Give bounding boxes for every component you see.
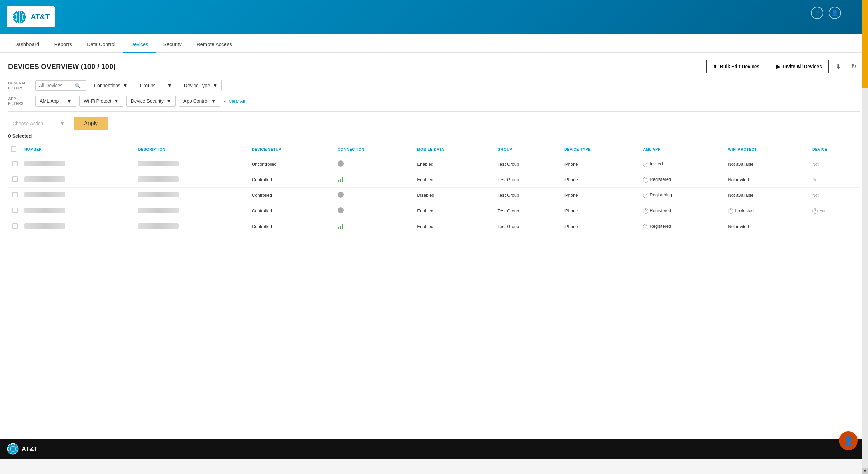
devices-table: NUMBER DESCRIPTION DEVICE SETUP CONNECTI… <box>8 143 860 234</box>
row-device-type-3: iPhone <box>561 203 640 219</box>
connection-bars-icon <box>338 176 343 182</box>
general-filters-label: GENERAL FILTERS <box>8 81 32 91</box>
row-mobile-data-2: Disabled <box>414 188 495 203</box>
row-connection-3 <box>335 203 414 219</box>
table-body: UncontrolledEnabledTest GroupiPhone?Invi… <box>8 156 860 234</box>
chat-avatar-icon: 👤 <box>843 436 853 445</box>
row-connection-4 <box>335 219 414 234</box>
row-device-setup-1: Controlled <box>249 172 335 188</box>
device-type-chevron-icon: ▼ <box>213 83 217 88</box>
row-description-3 <box>138 208 179 213</box>
nav-item-devices[interactable]: Devices <box>123 37 156 53</box>
row-device-setup-2: Controlled <box>249 188 335 203</box>
connection-dot-icon <box>338 160 344 167</box>
app-filters-label: APP FILTERS <box>8 96 32 106</box>
connection-dot-icon <box>338 192 344 198</box>
clear-all-label: Clear All <box>229 99 245 104</box>
connections-chevron-icon: ▼ <box>123 83 128 88</box>
col-header-group: GROUP <box>495 143 561 156</box>
table-header: NUMBER DESCRIPTION DEVICE SETUP CONNECTI… <box>8 143 860 156</box>
col-header-checkbox <box>8 143 22 156</box>
row-number-2 <box>24 192 65 197</box>
action-row: Choose Action ▼ Apply <box>8 117 860 130</box>
clear-all-checkmark-icon: ✓ <box>224 99 228 104</box>
row-wifi-protect-2: Not available <box>725 188 810 203</box>
col-header-device-setup: DEVICE SETUP <box>249 143 335 156</box>
help-button[interactable]: ? <box>811 7 823 19</box>
general-filters-section: GENERAL FILTERS 🔍 Connections ▼ Groups ▼… <box>8 80 860 91</box>
device-security-dropdown[interactable]: Device Security ▼ <box>126 96 176 107</box>
clear-all-link[interactable]: ✓ Clear All <box>224 99 245 104</box>
aml-app-dropdown[interactable]: AML App ▼ <box>35 96 76 107</box>
aml-help-icon: ? <box>643 208 648 214</box>
row-group-2: Test Group <box>495 188 561 203</box>
brand-name: AT&T <box>31 13 50 21</box>
footer-brand-name: AT&T <box>22 445 38 453</box>
page-scrollbar[interactable]: ▼ <box>862 0 868 459</box>
col-header-device-type: DEVICE TYPE <box>561 143 640 156</box>
nav-item-security[interactable]: Security <box>156 37 189 53</box>
nav-item-reports[interactable]: Reports <box>46 37 79 53</box>
header-actions: ⬆ Bulk Edit Devices ▶ Invite All Devices… <box>706 60 860 73</box>
row-connection-1 <box>335 172 414 188</box>
row-checkbox-4[interactable] <box>12 223 18 229</box>
search-icon: 🔍 <box>75 83 81 88</box>
page-header-row: DEVICES OVERVIEW (100 / 100) ⬆ Bulk Edit… <box>8 60 860 73</box>
search-input[interactable] <box>39 83 73 88</box>
row-mobile-data-4: Enabled <box>414 219 495 234</box>
select-all-checkbox[interactable] <box>11 146 16 152</box>
row-device-type-1: iPhone <box>561 172 640 188</box>
aml-app-label: AML App <box>40 98 59 104</box>
row-aml-app-0: ?Invited <box>640 156 725 172</box>
choose-action-select[interactable]: Choose Action ▼ <box>8 118 69 129</box>
row-description-2 <box>138 192 179 197</box>
row-device-setup-4: Controlled <box>249 219 335 234</box>
col-header-mobile-data: MOBILE DATA <box>414 143 495 156</box>
invite-all-button[interactable]: ▶ Invite All Devices <box>770 60 829 73</box>
download-button[interactable]: ⬇ <box>832 60 844 73</box>
nav-item-data-control[interactable]: Data Control <box>79 37 123 53</box>
chat-bubble[interactable]: 👤 <box>839 431 858 450</box>
nav-bar: Dashboard Reports Data Control Devices S… <box>0 34 868 53</box>
col-header-wifi-protect: WIFI PROTECT <box>725 143 810 156</box>
page-title: DEVICES OVERVIEW (100 / 100) <box>8 63 116 71</box>
user-button[interactable]: 👤 <box>829 7 841 19</box>
row-description-0 <box>138 161 179 166</box>
aml-help-icon: ? <box>643 177 648 183</box>
aml-app-chevron-icon: ▼ <box>67 98 72 104</box>
row-number-3 <box>24 208 65 213</box>
row-aml-app-2: ?Registering <box>640 188 725 203</box>
col-header-description: DESCRIPTION <box>135 143 249 156</box>
device-type-dropdown[interactable]: Device Type ▼ <box>180 80 222 91</box>
row-device-setup-0: Uncontrolled <box>249 156 335 172</box>
row-number-1 <box>24 176 65 182</box>
all-devices-search[interactable]: 🔍 <box>35 80 86 91</box>
apply-button[interactable]: Apply <box>74 117 108 130</box>
nav-item-dashboard[interactable]: Dashboard <box>7 37 46 53</box>
app-control-chevron-icon: ▼ <box>211 98 216 104</box>
row-device-2: Not <box>810 188 860 203</box>
groups-dropdown[interactable]: Groups ▼ <box>136 80 176 91</box>
footer: AT&T <box>0 439 868 459</box>
selected-count: 0 Selected <box>8 133 860 139</box>
invite-all-label: Invite All Devices <box>783 64 822 69</box>
connections-label: Connections <box>94 83 120 88</box>
att-globe-icon <box>12 9 27 25</box>
row-wifi-protect-1: Not invited <box>725 172 810 188</box>
refresh-button[interactable]: ↻ <box>848 60 860 73</box>
row-device-0: Not <box>810 156 860 172</box>
row-checkbox-1[interactable] <box>12 176 18 182</box>
app-control-dropdown[interactable]: App Control ▼ <box>179 96 220 107</box>
nav-item-remote-access[interactable]: Remote Access <box>189 37 239 53</box>
wifi-protect-dropdown[interactable]: Wi-Fi Protect ▼ <box>79 96 123 107</box>
row-checkbox-2[interactable] <box>12 192 18 197</box>
row-checkbox-0[interactable] <box>12 161 18 166</box>
row-group-3: Test Group <box>495 203 561 219</box>
row-mobile-data-1: Enabled <box>414 172 495 188</box>
row-checkbox-3[interactable] <box>12 208 18 213</box>
connections-dropdown[interactable]: Connections ▼ <box>90 80 132 91</box>
choose-action-placeholder: Choose Action <box>13 121 43 126</box>
choose-action-chevron-icon: ▼ <box>60 121 65 126</box>
bulk-edit-button[interactable]: ⬆ Bulk Edit Devices <box>706 60 767 73</box>
row-number-0 <box>24 161 65 166</box>
